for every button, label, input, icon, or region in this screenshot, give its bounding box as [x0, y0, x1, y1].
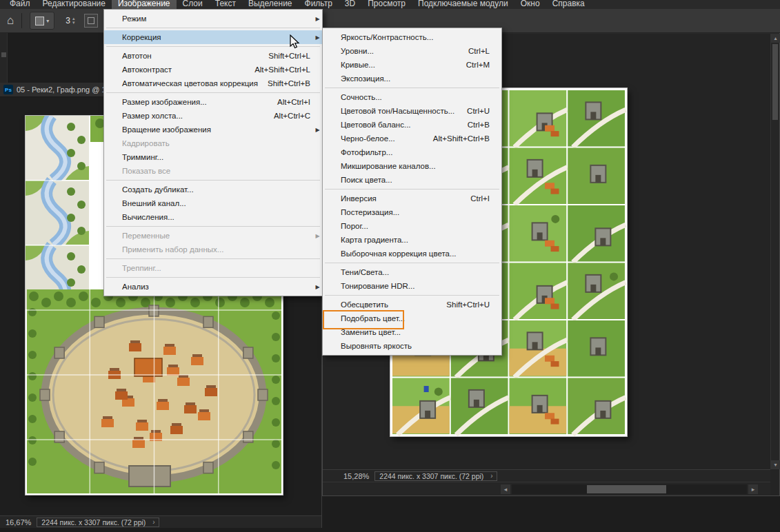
scroll-right-icon[interactable]: ▸ — [748, 484, 758, 494]
ps-file-icon: Ps — [3, 85, 13, 94]
adjustments-submenu-item-20[interactable]: Заменить цвет... — [323, 325, 501, 339]
menu-item-label: Коррекция — [122, 33, 161, 41]
menu-item-label: Анализ — [122, 283, 149, 291]
menu-item-label: Черно-белое... — [341, 134, 395, 143]
adjustments-submenu-item-2[interactable]: Кривые...Ctrl+M — [323, 58, 501, 72]
image-menu-item-5[interactable]: Размер изображения...Alt+Ctrl+I — [104, 95, 322, 109]
adjustments-submenu-item-8[interactable]: Фотофильтр... — [323, 145, 501, 159]
menu-item-label: Кривые... — [341, 61, 375, 69]
adjustments-submenu-item-12[interactable]: Постеризация... — [323, 205, 501, 219]
menu-item-label: Цветовой баланс... — [341, 121, 411, 129]
document-dimensions: 2244 пикс. x 3307 пикс. (72 ppi) — [41, 518, 146, 526]
document-dimensions: 2244 пикс. x 3307 пикс. (72 ppi) — [379, 472, 483, 480]
menubar-item-2[interactable]: Изображение — [112, 0, 177, 9]
menu-separator — [106, 180, 320, 181]
menubar-item-8[interactable]: Просмотр — [361, 0, 412, 9]
scrollbar-thumb[interactable] — [587, 485, 666, 493]
menu-item-shortcut: Shift+Ctrl+L — [268, 52, 313, 60]
adjustments-submenu-item-0[interactable]: Яркость/Контрастность... — [323, 30, 501, 44]
adjustments-submenu-item-9[interactable]: Микширование каналов... — [323, 159, 501, 173]
submenu-arrow-icon: ▶ — [313, 34, 322, 41]
menu-item-label: Экспозиция... — [341, 74, 390, 83]
menu-separator — [106, 258, 320, 259]
spinner-down-icon: ▾ — [72, 21, 75, 25]
adjustments-submenu-item-21[interactable]: Выровнять яркость — [323, 339, 501, 353]
adjustments-submenu: Яркость/Контрастность...Уровни...Ctrl+LК… — [322, 28, 502, 356]
image-menu-item-6[interactable]: Размер холста...Alt+Ctrl+C — [104, 109, 322, 123]
document-tab-title: 05 - Реки2, Граф.png @ 1... — [17, 85, 112, 94]
menu-item-label: Обесцветить — [341, 300, 388, 309]
vertical-scrollbar[interactable]: ▴ ▾ — [770, 34, 779, 469]
menu-item-label: Показать все — [122, 167, 170, 175]
menubar: ФайлРедактированиеИзображениеСлоиТекстВы… — [0, 0, 780, 9]
scroll-up-icon[interactable]: ▴ — [771, 34, 780, 43]
zoom-level[interactable]: 15,28% — [343, 472, 369, 480]
chevron-down-icon: ▾ — [46, 18, 49, 24]
value-spinner[interactable]: ▴ ▾ — [72, 17, 75, 25]
image-menu-item-17[interactable]: Анализ▶ — [104, 280, 322, 294]
adjustments-submenu-item-10[interactable]: Поиск цвета... — [323, 173, 501, 187]
image-menu-item-13[interactable]: Вычисления... — [104, 210, 322, 224]
scroll-left-icon[interactable]: ◂ — [501, 484, 510, 494]
menubar-item-9[interactable]: Подключаемые модули — [412, 0, 514, 9]
adjustments-submenu-item-3[interactable]: Экспозиция... — [323, 72, 501, 85]
image-menu-item-11[interactable]: Создать дубликат... — [104, 183, 322, 196]
adjustments-submenu-item-5[interactable]: Цветовой тон/Насыщенность...Ctrl+U — [323, 104, 501, 118]
image-menu: Режим▶Коррекция▶АвтотонShift+Ctrl+LАвток… — [103, 9, 323, 296]
adjustments-submenu-item-6[interactable]: Цветовой баланс...Ctrl+B — [323, 118, 501, 132]
image-menu-item-4[interactable]: Автоматическая цветовая коррекцияShift+C… — [104, 76, 322, 90]
tool-icon — [35, 17, 44, 25]
adjustments-submenu-item-18[interactable]: ОбесцветитьShift+Ctrl+U — [323, 298, 501, 311]
menubar-item-4[interactable]: Текст — [209, 0, 242, 9]
transform-options-icon[interactable] — [84, 14, 98, 28]
home-icon[interactable]: ⌂ — [7, 14, 14, 28]
adjustments-submenu-item-11[interactable]: ИнверсияCtrl+I — [323, 192, 501, 205]
image-menu-item-10: Показать все — [104, 164, 322, 178]
menubar-item-7[interactable]: 3D — [339, 0, 361, 9]
menu-item-label: Цветовой тон/Насыщенность... — [341, 107, 454, 115]
image-menu-item-12[interactable]: Внешний канал... — [104, 196, 322, 210]
adjustments-submenu-item-19[interactable]: Подобрать цвет... — [323, 311, 501, 325]
zoom-level[interactable]: 16,67% — [6, 518, 31, 526]
adjustments-submenu-item-13[interactable]: Порог... — [323, 219, 501, 233]
image-menu-item-2[interactable]: АвтотонShift+Ctrl+L — [104, 49, 322, 63]
menubar-item-5[interactable]: Выделение — [242, 0, 299, 9]
menu-item-label: Порог... — [341, 222, 368, 230]
menubar-item-11[interactable]: Справка — [546, 0, 591, 9]
image-menu-item-0[interactable]: Режим▶ — [104, 12, 322, 25]
scrollbar-track[interactable] — [512, 484, 747, 494]
document-info[interactable]: 2244 пикс. x 3307 пикс. (72 ppi) › — [37, 518, 159, 527]
menu-item-label: Подобрать цвет... — [341, 314, 405, 323]
menu-item-label: Заменить цвет... — [341, 328, 401, 336]
menu-separator — [325, 295, 499, 296]
toolbar-edge — [0, 33, 8, 83]
scrollbar-thumb[interactable] — [772, 44, 778, 120]
menu-separator — [325, 88, 499, 88]
image-menu-item-9[interactable]: Тримминг... — [104, 150, 322, 164]
adjustments-submenu-item-4[interactable]: Сочность... — [323, 90, 501, 104]
adjustments-submenu-item-14[interactable]: Карта градиента... — [323, 233, 501, 247]
image-menu-item-7[interactable]: Вращение изображения▶ — [104, 123, 322, 136]
menu-separator — [106, 226, 320, 227]
menu-item-shortcut: Alt+Shift+Ctrl+L — [254, 65, 313, 74]
adjustments-submenu-item-17[interactable]: Тонирование HDR... — [323, 279, 501, 293]
adjustments-submenu-item-7[interactable]: Черно-белое...Alt+Shift+Ctrl+B — [323, 132, 501, 145]
menubar-item-6[interactable]: Фильтр — [299, 0, 339, 9]
document-info[interactable]: 2244 пикс. x 3307 пикс. (72 ppi) › — [374, 471, 497, 481]
menubar-item-10[interactable]: Окно — [514, 0, 546, 9]
menu-item-label: Постеризация... — [341, 208, 399, 216]
menu-item-shortcut: Ctrl+L — [468, 47, 492, 55]
menubar-item-3[interactable]: Слои — [177, 0, 209, 9]
adjustments-submenu-item-16[interactable]: Тени/Света... — [323, 265, 501, 279]
menu-item-shortcut: Alt+Ctrl+C — [274, 112, 313, 120]
menu-item-label: Тримминг... — [122, 153, 163, 161]
image-menu-item-3[interactable]: АвтоконтрастAlt+Shift+Ctrl+L — [104, 63, 322, 76]
menubar-item-1[interactable]: Редактирование — [37, 0, 112, 9]
tool-option-value[interactable]: 3 — [66, 16, 70, 25]
tool-preset-button[interactable]: ▾ — [30, 12, 54, 30]
menubar-item-0[interactable]: Файл — [3, 0, 37, 9]
adjustments-submenu-item-1[interactable]: Уровни...Ctrl+L — [323, 44, 501, 58]
adjustments-submenu-item-15[interactable]: Выборочная коррекция цвета... — [323, 247, 501, 260]
scroll-down-icon[interactable]: ▾ — [771, 460, 780, 469]
horizontal-scrollbar[interactable]: ◂ ▸ — [323, 482, 770, 495]
